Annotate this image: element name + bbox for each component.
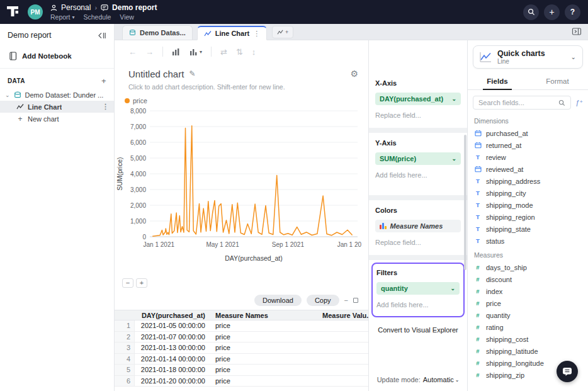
workspace-name[interactable]: Personal: [61, 3, 91, 12]
convert-to-visual-explorer-button[interactable]: Convert to Visual Explorer: [369, 317, 467, 340]
field-item-review[interactable]: Treview: [468, 151, 588, 163]
sidebar-item-line-chart[interactable]: Line Chart ⋮: [0, 101, 114, 113]
swap-chart-button[interactable]: [172, 48, 181, 56]
tab-line-chart[interactable]: Line Chart ⋮: [197, 26, 267, 40]
chevron-down-icon: ⌄: [451, 96, 456, 102]
field-item-discount[interactable]: #discount: [468, 273, 588, 285]
field-item-reviewed_at[interactable]: reviewed_at: [468, 163, 588, 175]
chat-support-button[interactable]: [557, 361, 578, 382]
help-button[interactable]: ?: [565, 4, 580, 20]
add-formula-button[interactable]: ƒ⁺: [575, 99, 583, 107]
quick-charts-selector[interactable]: Quick charts Line ⌄: [473, 45, 583, 69]
kebab-menu-icon[interactable]: ⋮: [102, 103, 109, 111]
report-title[interactable]: Demo report: [112, 3, 157, 12]
config-scrollbar[interactable]: [464, 135, 466, 270]
download-button[interactable]: Download: [254, 295, 302, 306]
copy-button[interactable]: Copy: [307, 295, 339, 306]
sidebar: Demo report Add Notebook DATA + ⌄ Demo D…: [0, 24, 115, 391]
update-mode-dropdown[interactable]: Automatic⌄: [423, 376, 460, 383]
add-data-button[interactable]: +: [101, 76, 106, 86]
new-tab-button[interactable]: +: [272, 26, 293, 38]
filters-placeholder[interactable]: Add fields here...: [376, 301, 460, 309]
field-item-index[interactable]: #index: [468, 285, 588, 297]
chart-title[interactable]: Untitled chart: [128, 69, 184, 79]
y-axis-field-pill[interactable]: SUM(price) ⌄: [375, 152, 461, 165]
table-row[interactable]: 12021-01-05 00:00:00price: [115, 320, 368, 332]
add-notebook-button[interactable]: Add Notebook: [0, 47, 114, 69]
zoom-in-button[interactable]: +: [136, 278, 147, 288]
sort-desc-button[interactable]: ↕: [252, 47, 256, 57]
dataset-tree-item[interactable]: ⌄ Demo Dataset: Dunder ...: [0, 89, 114, 101]
table-row[interactable]: 62021-01-20 00:00:00price: [115, 376, 368, 387]
field-item-shipping_region[interactable]: Tshipping_region: [468, 211, 588, 223]
field-item-status[interactable]: Tstatus: [468, 235, 588, 247]
text-type-icon: T: [474, 154, 482, 161]
table-row[interactable]: 52021-01-18 00:00:00price: [115, 365, 368, 376]
y-axis-placeholder[interactable]: Add fields here...: [375, 171, 461, 179]
svg-text:DAY(purchased_at): DAY(purchased_at): [225, 254, 282, 262]
table-row[interactable]: 32021-01-13 00:00:00price: [115, 343, 368, 354]
field-item-quantity[interactable]: #quantity: [468, 309, 588, 321]
colors-field-pill[interactable]: Measure Names: [375, 220, 461, 232]
table-row[interactable]: 22021-01-07 00:00:00price: [115, 332, 368, 343]
cell-date: 2021-01-05 00:00:00: [135, 320, 210, 331]
app-root: PM Personal › Demo report Report▾Schedul…: [0, 0, 588, 391]
sidebar-item-new-chart[interactable]: + New chart: [0, 113, 114, 125]
minimize-table-icon[interactable]: −: [344, 297, 348, 304]
column-header[interactable]: Measure Valu...: [317, 312, 368, 319]
legend-label[interactable]: price: [133, 97, 147, 105]
menu-item-report[interactable]: Report▾: [50, 13, 75, 21]
field-item-shipping_state[interactable]: Tshipping_state: [468, 223, 588, 235]
x-axis-section: X-Axis DAY(purchased_at) ⌄ Replace field…: [369, 73, 467, 128]
tab-format[interactable]: Format: [542, 72, 572, 89]
search-button[interactable]: [523, 4, 539, 20]
redo-button[interactable]: →: [145, 47, 154, 57]
sort-asc-button[interactable]: ⇅: [236, 47, 243, 57]
field-item-shipping_address[interactable]: Tshipping_address: [468, 175, 588, 187]
column-header[interactable]: Measure Names: [210, 312, 317, 319]
app-logo-icon[interactable]: [6, 6, 20, 18]
x-axis-field-pill[interactable]: DAY(purchased_at) ⌄: [375, 93, 461, 105]
field-name: reviewed_at: [486, 166, 523, 173]
colors-placeholder[interactable]: Replace field...: [375, 239, 461, 246]
zoom-out-button[interactable]: −: [122, 278, 133, 288]
column-header[interactable]: DAY(purchased_at): [135, 312, 210, 319]
svg-text:May 1 2021: May 1 2021: [206, 241, 239, 248]
colors-heading: Colors: [375, 207, 461, 214]
menu-item-schedule[interactable]: Schedule: [84, 13, 111, 21]
open-panel-button[interactable]: [572, 27, 582, 36]
edit-title-icon[interactable]: ✎: [189, 69, 195, 78]
field-item-shipping_city[interactable]: Tshipping_city: [468, 187, 588, 199]
field-item-rating[interactable]: #rating: [468, 321, 588, 333]
search-fields-input[interactable]: Search fields...: [473, 96, 571, 110]
field-item-days_to_ship[interactable]: #days_to_ship: [468, 261, 588, 273]
field-name: index: [486, 288, 502, 295]
field-item-shipping_latitude[interactable]: #shipping_latitude: [468, 345, 588, 357]
expand-table-icon[interactable]: [353, 297, 358, 304]
text-type-icon: T: [474, 178, 482, 184]
tab-fields[interactable]: Fields: [483, 72, 511, 89]
cell-measure-value: [317, 320, 368, 331]
undo-button[interactable]: ←: [128, 47, 137, 57]
table-row[interactable]: 42021-01-14 00:00:00price: [115, 354, 368, 365]
table-body: 12021-01-05 00:00:00price22021-01-07 00:…: [115, 320, 368, 387]
field-item-shipping_cost[interactable]: #shipping_cost: [468, 333, 588, 345]
sort-swap-button[interactable]: ⇄: [220, 47, 227, 57]
add-button[interactable]: +: [544, 4, 560, 20]
field-item-purchased_at[interactable]: purchased_at: [468, 127, 588, 139]
field-item-price[interactable]: #price: [468, 297, 588, 309]
avatar[interactable]: PM: [28, 4, 43, 20]
field-item-shipping_mode[interactable]: Tshipping_mode: [468, 199, 588, 211]
x-axis-placeholder[interactable]: Replace field...: [375, 111, 461, 119]
field-item-returned_at[interactable]: returned_at: [468, 139, 588, 151]
collapse-sidebar-button[interactable]: [97, 31, 106, 40]
chart-description-placeholder[interactable]: Click to add chart description. Shift-en…: [115, 82, 368, 92]
filters-heading: Filters: [376, 269, 460, 276]
line-chart-plot[interactable]: 01,0002,0003,0004,0005,0006,0007,0008,00…: [115, 106, 361, 275]
chart-type-dropdown[interactable]: ▾: [189, 48, 202, 56]
tab-demo-dataset[interactable]: Demo Datas...: [122, 25, 193, 40]
filters-field-pill[interactable]: quantity ⌄: [376, 282, 460, 295]
menu-item-view[interactable]: View: [120, 13, 134, 21]
chart-settings-icon[interactable]: ⚙: [350, 69, 358, 79]
kebab-menu-icon[interactable]: ⋮: [253, 30, 260, 38]
